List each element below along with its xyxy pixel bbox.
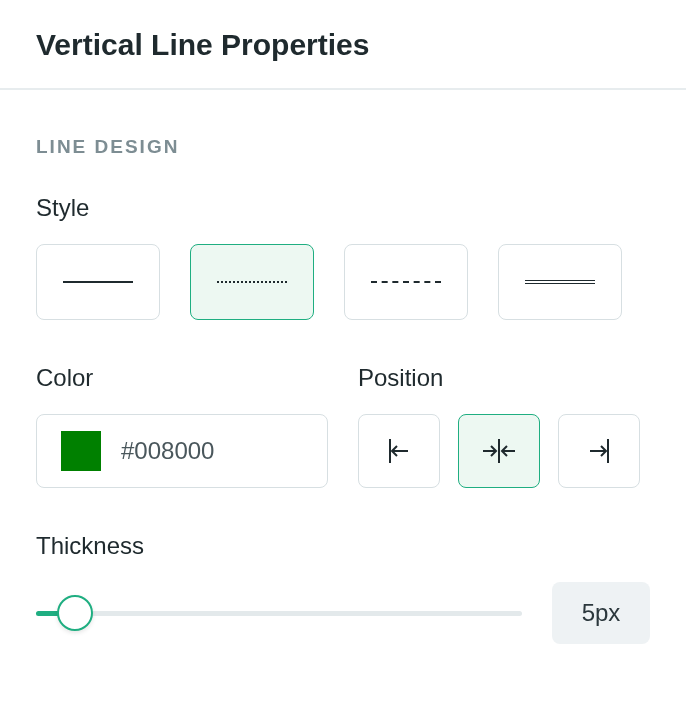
panel-header: Vertical Line Properties [0, 0, 686, 90]
panel-body: LINE DESIGN Style Color [0, 90, 686, 680]
style-options-group [36, 244, 650, 320]
position-options-group [358, 414, 650, 488]
style-option-dashed[interactable] [344, 244, 468, 320]
dotted-line-icon [217, 281, 287, 283]
align-center-icon [479, 436, 519, 466]
position-group: Position [358, 364, 650, 488]
align-left-icon [384, 436, 414, 466]
thickness-control: 5px [36, 582, 650, 644]
field-label-color: Color [36, 364, 328, 392]
align-right-icon [584, 436, 614, 466]
field-label-thickness: Thickness [36, 532, 650, 560]
field-label-style: Style [36, 194, 650, 222]
dashed-line-icon [371, 281, 441, 283]
color-hex-field[interactable] [119, 436, 259, 466]
color-input[interactable] [36, 414, 328, 488]
position-option-center[interactable] [458, 414, 540, 488]
slider-track [36, 611, 522, 616]
section-label-line-design: LINE DESIGN [36, 136, 650, 158]
color-swatch[interactable] [61, 431, 101, 471]
field-label-position: Position [358, 364, 650, 392]
color-group: Color [36, 364, 328, 488]
thickness-slider[interactable] [36, 593, 522, 633]
style-option-double[interactable] [498, 244, 622, 320]
properties-panel: Vertical Line Properties LINE DESIGN Sty… [0, 0, 686, 680]
double-line-icon [525, 280, 595, 284]
position-option-left[interactable] [358, 414, 440, 488]
style-option-solid[interactable] [36, 244, 160, 320]
position-option-right[interactable] [558, 414, 640, 488]
solid-line-icon [63, 281, 133, 283]
slider-thumb[interactable] [57, 595, 93, 631]
thickness-value-badge: 5px [552, 582, 650, 644]
style-option-dotted[interactable] [190, 244, 314, 320]
panel-title: Vertical Line Properties [36, 28, 650, 62]
